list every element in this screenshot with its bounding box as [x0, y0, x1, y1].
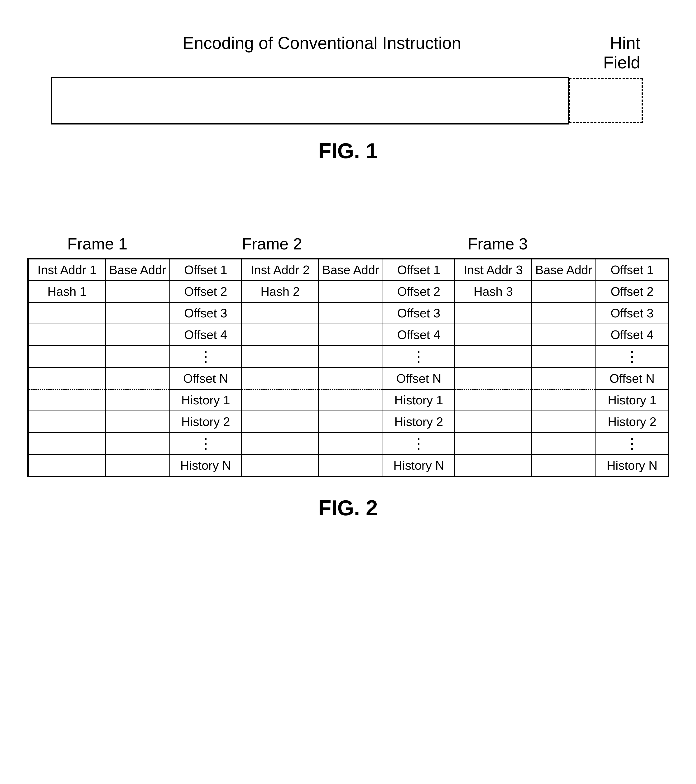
cell-offset-1-r1: Offset 1: [170, 259, 242, 281]
frame1-label: Frame 1: [32, 234, 163, 253]
cell-r3c1: [28, 302, 106, 324]
cell-base-addr-3-header: Base Addr: [532, 259, 596, 281]
fig2-section: Frame 1 Frame 2 Frame 3: [24, 234, 672, 520]
frame3-label: Frame 3: [391, 234, 605, 253]
cell-base-addr-3-r2: [532, 281, 596, 302]
cell-offset-3-rN: Offset N: [596, 368, 668, 389]
cell-offset-2-r4: Offset 4: [383, 324, 455, 346]
cell-r5c5: [319, 346, 383, 368]
cell-hash2: Hash 2: [242, 281, 319, 302]
cell-r10c5: [319, 455, 383, 476]
cell-inst-addr-3-header: Inst Addr 3: [455, 259, 532, 281]
cell-r9c5: [319, 433, 383, 455]
cell-offset-2-r3: Offset 3: [383, 302, 455, 324]
fig2-inner-table: Inst Addr 1 Base Addr Offset 1 Inst Addr…: [28, 259, 668, 476]
cell-r10c7: [455, 455, 532, 476]
cell-r6c8: [532, 368, 596, 389]
cell-history-3-r8: History 2: [596, 411, 668, 433]
cell-base-addr-2-r2: [319, 281, 383, 302]
cell-r6c7: [455, 368, 532, 389]
cell-r5c4: [242, 346, 319, 368]
cell-hash1: Hash 1: [28, 281, 106, 302]
cell-offset-3-r1: Offset 1: [596, 259, 668, 281]
cell-r7c8: [532, 389, 596, 411]
cell-r6c4: [242, 368, 319, 389]
fig1-diagram: [51, 77, 645, 125]
cell-r3c4: [242, 302, 319, 324]
cell-r8c2: [106, 411, 170, 433]
cell-r4c7: [455, 324, 532, 346]
fig1-labels: Encoding of Conventional Instruction Hin…: [51, 33, 645, 72]
cell-r9c7: [455, 433, 532, 455]
cell-dots-1-r9: ⋮: [170, 433, 242, 455]
row-history2: History 2 History 2 History 2: [28, 411, 668, 433]
cell-historyN-2: History N: [383, 455, 455, 476]
cell-dots-2-r5: ⋮: [383, 346, 455, 368]
fig1-hint-dashed-border: [569, 78, 643, 123]
cell-r10c1: [28, 455, 106, 476]
cell-r4c1: [28, 324, 106, 346]
cell-r8c8: [532, 411, 596, 433]
cell-r7c1: [28, 389, 106, 411]
cell-dots-2-r9: ⋮: [383, 433, 455, 455]
cell-offset-1-r3: Offset 3: [170, 302, 242, 324]
cell-dots-3-r9: ⋮: [596, 433, 668, 455]
cell-r6c5: [319, 368, 383, 389]
cell-r7c7: [455, 389, 532, 411]
fig2-table: Inst Addr 1 Base Addr Offset 1 Inst Addr…: [27, 258, 669, 477]
header-row: Inst Addr 1 Base Addr Offset 1 Inst Addr…: [28, 259, 668, 281]
row-history1: History 1 History 1 History 1: [28, 389, 668, 411]
cell-r8c5: [319, 411, 383, 433]
frame-labels: Frame 1 Frame 2 Frame 3: [27, 234, 669, 253]
fig1-hint-box: [569, 77, 645, 125]
cell-r5c2: [106, 346, 170, 368]
cell-hash3: Hash 3: [455, 281, 532, 302]
row-offset3: Offset 3 Offset 3 Offset 3: [28, 302, 668, 324]
row-hash: Hash 1 Offset 2 Hash 2 Offset 2 Hash 3 O…: [28, 281, 668, 302]
cell-r7c4: [242, 389, 319, 411]
cell-r4c5: [319, 324, 383, 346]
cell-r10c4: [242, 455, 319, 476]
cell-r3c8: [532, 302, 596, 324]
cell-historyN-3: History N: [596, 455, 668, 476]
cell-r9c8: [532, 433, 596, 455]
cell-offset-3-r2: Offset 2: [596, 281, 668, 302]
cell-r9c1: [28, 433, 106, 455]
cell-r7c5: [319, 389, 383, 411]
cell-r7c2: [106, 389, 170, 411]
cell-history-2-r8: History 2: [383, 411, 455, 433]
cell-historyN-1: History N: [170, 455, 242, 476]
row-dots1: ⋮ ⋮ ⋮: [28, 346, 668, 368]
cell-offset-1-r4: Offset 4: [170, 324, 242, 346]
cell-r3c2: [106, 302, 170, 324]
cell-dots-3-r5: ⋮: [596, 346, 668, 368]
cell-offset-2-r2: Offset 2: [383, 281, 455, 302]
cell-history-1-r8: History 2: [170, 411, 242, 433]
cell-offset-1-rN: Offset N: [170, 368, 242, 389]
fig1-main-box: [51, 77, 569, 125]
page: Encoding of Conventional Instruction Hin…: [0, 0, 696, 784]
cell-r3c5: [319, 302, 383, 324]
cell-history-3-r7: History 1: [596, 389, 668, 411]
cell-offset-3-r4: Offset 4: [596, 324, 668, 346]
fig1-encoding-label: Encoding of Conventional Instruction: [51, 33, 569, 72]
cell-history-1-r7: History 1: [170, 389, 242, 411]
cell-offset-2-r1: Offset 1: [383, 259, 455, 281]
fig1-section: Encoding of Conventional Instruction Hin…: [24, 33, 672, 163]
cell-base-addr-1-header: Base Addr: [106, 259, 170, 281]
cell-offset-2-rN: Offset N: [383, 368, 455, 389]
cell-r10c2: [106, 455, 170, 476]
fig1-hint-label: Hint Field: [569, 33, 645, 72]
cell-r9c4: [242, 433, 319, 455]
cell-r4c2: [106, 324, 170, 346]
cell-base-addr-1-r2: [106, 281, 170, 302]
cell-r8c4: [242, 411, 319, 433]
frame2-label: Frame 2: [165, 234, 379, 253]
cell-r3c7: [455, 302, 532, 324]
fig2-title: FIG. 2: [318, 496, 378, 520]
cell-r6c2: [106, 368, 170, 389]
row-historyN: History N History N History N: [28, 455, 668, 476]
cell-inst-addr-2-header: Inst Addr 2: [242, 259, 319, 281]
cell-base-addr-2-header: Base Addr: [319, 259, 383, 281]
cell-r6c1: [28, 368, 106, 389]
